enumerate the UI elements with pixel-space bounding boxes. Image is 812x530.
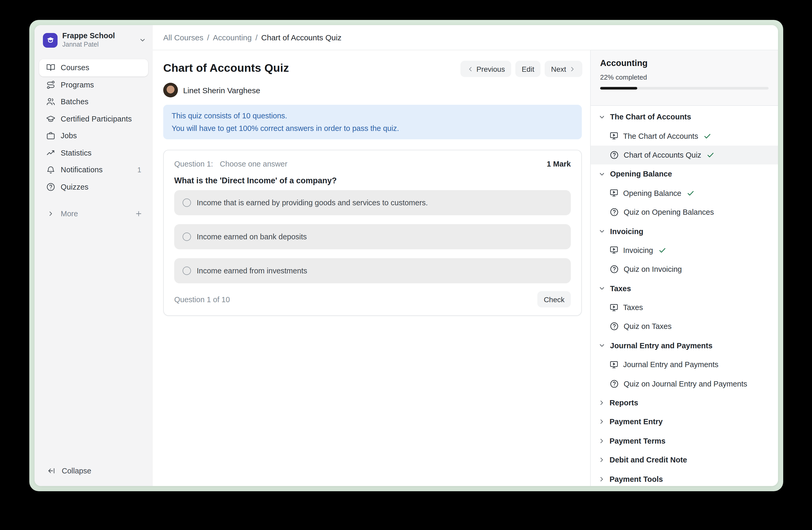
answer-option[interactable]: Income earned from investments	[174, 258, 571, 283]
breadcrumb-item[interactable]: Accounting	[213, 33, 252, 42]
page-title: Chart of Accounts Quiz	[163, 62, 289, 75]
outline-section-label: Taxes	[610, 284, 631, 293]
book-open-icon	[46, 63, 56, 72]
next-button[interactable]: Next	[545, 61, 582, 77]
course-panel-header: Accounting 22% completed	[591, 50, 778, 106]
outline-lesson-opening-balance[interactable]: Opening Balance	[591, 184, 778, 203]
outline-section-label: The Chart of Accounts	[610, 113, 691, 121]
monitor-play-icon	[610, 360, 619, 369]
breadcrumb-item[interactable]: All Courses	[163, 33, 203, 42]
check-button[interactable]: Check	[538, 291, 571, 307]
sidebar-item-label: Quizzes	[61, 183, 144, 191]
outline-lesson-taxes[interactable]: Taxes	[591, 298, 778, 317]
radio-button	[183, 233, 191, 241]
chevron-right-icon	[569, 65, 576, 72]
outline-lesson-the-chart-of-accounts[interactable]: The Chart of Accounts	[591, 126, 778, 145]
edit-button[interactable]: Edit	[516, 61, 540, 77]
chevron-right-icon	[598, 399, 605, 406]
avatar	[163, 83, 178, 97]
sidebar-nav: CoursesProgramsBatchesCertified Particip…	[39, 59, 148, 195]
outline-section-payment-entry[interactable]: Payment Entry	[591, 413, 778, 432]
sidebar-item-certified-participants[interactable]: Certified Participants	[39, 110, 148, 127]
previous-button[interactable]: Previous	[460, 61, 511, 77]
sidebar-item-label: Batches	[61, 98, 144, 106]
outline-lesson-chart-of-accounts-quiz[interactable]: Chart of Accounts Quiz	[591, 145, 778, 165]
answer-option[interactable]: Income earned on bank deposits	[174, 224, 571, 249]
workspace-switcher[interactable]: Frappe School Jannat Patel	[34, 25, 153, 49]
outline-lesson-invoicing[interactable]: Invoicing	[591, 241, 778, 260]
outline-section-the-chart-of-accounts[interactable]: The Chart of Accounts	[591, 107, 778, 126]
outline-lesson-label: Journal Entry and Payments	[623, 361, 719, 369]
outline-lesson-label: Invoicing	[623, 246, 653, 254]
outline-lesson-quiz-on-journal-entry-and-payments[interactable]: Quiz on Journal Entry and Payments	[591, 374, 778, 393]
sidebar-item-label: Statistics	[61, 149, 144, 157]
outline-section-payment-terms[interactable]: Payment Terms	[591, 431, 778, 450]
question-instruction: Choose one answer	[220, 160, 547, 168]
plus-icon[interactable]	[134, 209, 143, 218]
outline-section-label: Invoicing	[610, 227, 643, 235]
breadcrumb: All Courses/Accounting/Chart of Accounts…	[163, 33, 342, 42]
chevron-down-icon	[598, 170, 606, 178]
outline-lesson-journal-entry-and-payments[interactable]: Journal Entry and Payments	[591, 355, 778, 374]
help-circle-icon	[610, 265, 619, 274]
outline-section-reports[interactable]: Reports	[591, 393, 778, 413]
outline-lesson-label: The Chart of Accounts	[623, 132, 698, 140]
outline-section-label: Payment Terms	[610, 437, 666, 445]
answer-option-label: Income that is earned by providing goods…	[197, 198, 428, 207]
top-bar: All Courses/Accounting/Chart of Accounts…	[153, 25, 778, 50]
sidebar-item-label: Courses	[61, 64, 144, 72]
help-circle-icon	[610, 322, 619, 331]
sidebar-item-courses[interactable]: Courses	[39, 59, 148, 76]
outline-lesson-label: Quiz on Opening Balances	[624, 208, 714, 216]
outline-lesson-quiz-on-taxes[interactable]: Quiz on Taxes	[591, 317, 778, 336]
chevron-right-icon	[598, 418, 605, 426]
help-circle-icon	[46, 182, 56, 192]
quiz-notice: This quiz consists of 10 questions. You …	[163, 105, 582, 139]
answer-option[interactable]: Income that is earned by providing goods…	[174, 190, 571, 215]
quiz-footer: Question 1 of 10 Check	[174, 291, 571, 307]
course-progress-fill	[600, 87, 637, 89]
outline-lesson-quiz-on-invoicing[interactable]: Quiz on Invoicing	[591, 260, 778, 279]
course-progress-label: 22% completed	[600, 73, 769, 81]
sidebar-item-label: Jobs	[61, 132, 144, 140]
chevron-down-icon	[598, 284, 606, 292]
outline-section-taxes[interactable]: Taxes	[591, 279, 778, 298]
course-title: Accounting	[600, 58, 769, 68]
sidebar-item-label: Programs	[61, 81, 144, 89]
workspace-meta: Frappe School Jannat Patel	[62, 31, 134, 49]
previous-label: Previous	[476, 65, 505, 73]
chevron-down-icon	[598, 113, 606, 121]
sidebar-item-batches[interactable]: Batches	[39, 93, 148, 110]
outline-section-journal-entry-and-payments[interactable]: Journal Entry and Payments	[591, 336, 778, 355]
notice-line: You will have to get 100% correct answer…	[172, 122, 574, 135]
sidebar-item-programs[interactable]: Programs	[39, 76, 148, 93]
question-meta-row: Question 1: Choose one answer 1 Mark	[174, 160, 571, 168]
content-column: All Courses/Accounting/Chart of Accounts…	[153, 25, 778, 486]
help-circle-icon	[610, 207, 619, 217]
route-icon	[46, 80, 56, 89]
outline-section-invoicing[interactable]: Invoicing	[591, 222, 778, 241]
collapse-sidebar-button[interactable]: Collapse	[39, 462, 148, 479]
sidebar-item-quizzes[interactable]: Quizzes	[39, 178, 148, 195]
outline-section-debit-and-credit-note[interactable]: Debit and Credit Note	[591, 450, 778, 470]
bell-icon	[46, 165, 56, 175]
outline-section-payment-tools[interactable]: Payment Tools	[591, 470, 778, 486]
sidebar-item-more[interactable]: More	[39, 205, 148, 222]
outline-section-opening-balance[interactable]: Opening Balance	[591, 165, 778, 184]
edit-label: Edit	[522, 65, 534, 73]
chevron-right-icon	[598, 475, 605, 483]
outline-lesson-quiz-on-opening-balances[interactable]: Quiz on Opening Balances	[591, 203, 778, 222]
sidebar-item-notifications[interactable]: Notifications1	[39, 161, 148, 178]
sidebar-item-statistics[interactable]: Statistics	[39, 144, 148, 161]
outline-lesson-label: Opening Balance	[623, 189, 681, 197]
users-icon	[46, 97, 56, 107]
radio-button	[183, 198, 191, 207]
outline-lesson-label: Quiz on Journal Entry and Payments	[624, 379, 747, 388]
author-name: Linet Sherin Varghese	[183, 86, 260, 95]
outline-section-label: Reports	[610, 399, 638, 407]
quiz-card: Question 1: Choose one answer 1 Mark Wha…	[163, 150, 582, 316]
sidebar-item-jobs[interactable]: Jobs	[39, 127, 148, 144]
header-buttons: Previous Edit Next	[460, 61, 582, 77]
chevron-down-icon	[139, 36, 146, 44]
monitor-play-icon	[610, 189, 619, 198]
